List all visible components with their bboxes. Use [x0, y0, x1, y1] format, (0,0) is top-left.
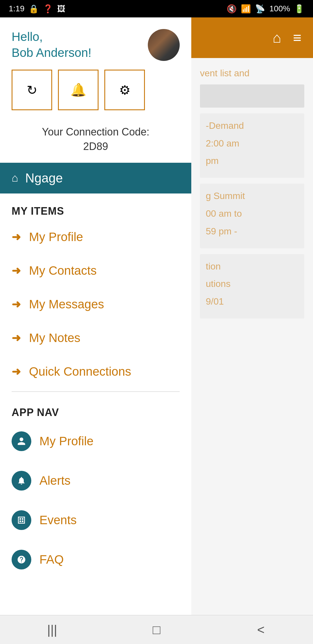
gear-icon: ⚙: [119, 83, 130, 97]
battery-label: 100%: [269, 4, 290, 13]
arrow-icon-quick-connections: ➜: [12, 365, 21, 378]
menu-label-my-notes: My Notes: [29, 331, 80, 345]
bg-text-pm2: 59 pm -: [206, 225, 299, 238]
nav-back-button[interactable]: <: [246, 618, 275, 641]
app-nav-section-label: APP NAV: [0, 395, 191, 422]
question-icon: ❓: [43, 4, 53, 14]
bg-text-1: vent list and: [200, 67, 304, 80]
background-content: vent list and -Demand 2:00 am pm g Summi…: [191, 58, 313, 333]
hamburger-icon[interactable]: ≡: [293, 29, 301, 46]
nav-item-my-profile[interactable]: My Profile: [0, 422, 191, 461]
greeting-line1: Hello,: [12, 29, 92, 45]
sidebar-header: Hello, Bob Anderson!: [0, 17, 191, 70]
bg-event-3: tion utions 9/01: [200, 254, 304, 319]
wifi-icon: 📶: [241, 4, 251, 14]
battery-icon: 🔋: [294, 4, 304, 14]
status-bar: 1:19 🔒 ❓ 🖼 🔇 📶 📡 100% 🔋: [0, 0, 313, 17]
section-divider: [12, 391, 180, 392]
home-square-icon: □: [153, 623, 161, 637]
bg-text-tion: tion: [206, 260, 299, 273]
menu-item-my-contacts[interactable]: ➜ My Contacts: [0, 254, 191, 287]
menu-lines-icon: |||: [47, 623, 57, 637]
connection-code-line2: 2D89: [12, 139, 180, 154]
time-display: 1:19: [9, 4, 25, 13]
bg-text-summit: g Summit: [206, 189, 299, 202]
menu-label-quick-connections: Quick Connections: [29, 365, 131, 379]
bg-text-demand: -Demand: [206, 119, 299, 132]
person-icon: [12, 431, 31, 451]
menu-item-quick-connections[interactable]: ➜ Quick Connections: [0, 355, 191, 388]
ngage-home-icon: ⌂: [12, 172, 18, 184]
status-right: 🔇 📶 📡 100% 🔋: [227, 4, 304, 14]
bg-event-1: -Demand 2:00 am pm: [200, 113, 304, 178]
nav-item-faq[interactable]: FAQ: [0, 540, 191, 579]
mute-icon: 🔇: [227, 4, 237, 14]
menu-label-my-messages: My Messages: [29, 297, 104, 311]
bg-text-time2: 00 am to: [206, 207, 299, 220]
header-home-icon[interactable]: ⌂: [273, 29, 281, 46]
nav-home-button[interactable]: □: [142, 618, 171, 641]
menu-label-my-contacts: My Contacts: [29, 264, 97, 278]
main-layout: Hello, Bob Anderson! ↻ 🔔 ⚙ Your Connecti…: [0, 17, 313, 644]
back-arrow-icon: <: [257, 623, 265, 637]
menu-item-my-notes[interactable]: ➜ My Notes: [0, 321, 191, 355]
connection-code-block: Your Connection Code: 2D89: [0, 119, 191, 163]
events-icon: [12, 510, 31, 530]
action-buttons-row: ↻ 🔔 ⚙: [0, 70, 191, 119]
my-items-section-label: MY ITEMS: [0, 193, 191, 220]
signal-icon: 📡: [255, 4, 265, 14]
refresh-icon: ↻: [27, 83, 37, 97]
menu-item-my-profile[interactable]: ➜ My Profile: [0, 220, 191, 254]
bg-text-date: 9/01: [206, 295, 299, 308]
arrow-icon-my-messages: ➜: [12, 298, 21, 311]
menu-label-my-profile: My Profile: [29, 230, 83, 244]
notifications-button[interactable]: 🔔: [58, 70, 99, 110]
bg-text-time1: 2:00 am: [206, 137, 299, 150]
refresh-button[interactable]: ↻: [12, 70, 52, 110]
bg-gray-box-1: [200, 84, 304, 108]
lock-icon: 🔒: [29, 4, 39, 14]
menu-item-my-messages[interactable]: ➜ My Messages: [0, 287, 191, 321]
status-left: 1:19 🔒 ❓ 🖼: [9, 4, 65, 14]
bottom-nav-bar: ||| □ <: [0, 615, 313, 644]
arrow-icon-my-notes: ➜: [12, 332, 21, 344]
ngage-label: Ngage: [25, 171, 63, 185]
nav-item-events[interactable]: Events: [0, 500, 191, 540]
nav-label-faq: FAQ: [39, 553, 64, 567]
greeting-block: Hello, Bob Anderson!: [12, 29, 92, 61]
avatar[interactable]: [148, 29, 180, 61]
settings-button[interactable]: ⚙: [104, 70, 145, 110]
sidebar-drawer: Hello, Bob Anderson! ↻ 🔔 ⚙ Your Connecti…: [0, 17, 191, 644]
nav-label-alerts: Alerts: [39, 474, 70, 488]
connection-code-line1: Your Connection Code:: [12, 125, 180, 139]
nav-label-events: Events: [39, 513, 77, 527]
avatar-image: [148, 29, 180, 61]
bell-icon: 🔔: [70, 82, 86, 97]
right-panel: ⌂ ≡ vent list and -Demand 2:00 am pm g S…: [191, 17, 313, 644]
bg-text-utions: utions: [206, 277, 299, 290]
nav-menu-button[interactable]: |||: [38, 618, 67, 641]
alerts-icon: [12, 471, 31, 491]
ngage-banner[interactable]: ⌂ Ngage: [0, 163, 191, 193]
arrow-icon-my-profile: ➜: [12, 231, 21, 243]
bg-event-2: g Summit 00 am to 59 pm -: [200, 184, 304, 248]
orange-header-bar: ⌂ ≡: [191, 17, 313, 58]
faq-icon: [12, 550, 31, 569]
nav-label-my-profile: My Profile: [39, 434, 94, 448]
bg-text-pm1: pm: [206, 154, 299, 167]
nav-item-alerts[interactable]: Alerts: [0, 461, 191, 500]
image-icon: 🖼: [57, 4, 65, 14]
arrow-icon-my-contacts: ➜: [12, 264, 21, 277]
greeting-line2: Bob Anderson!: [12, 45, 92, 61]
